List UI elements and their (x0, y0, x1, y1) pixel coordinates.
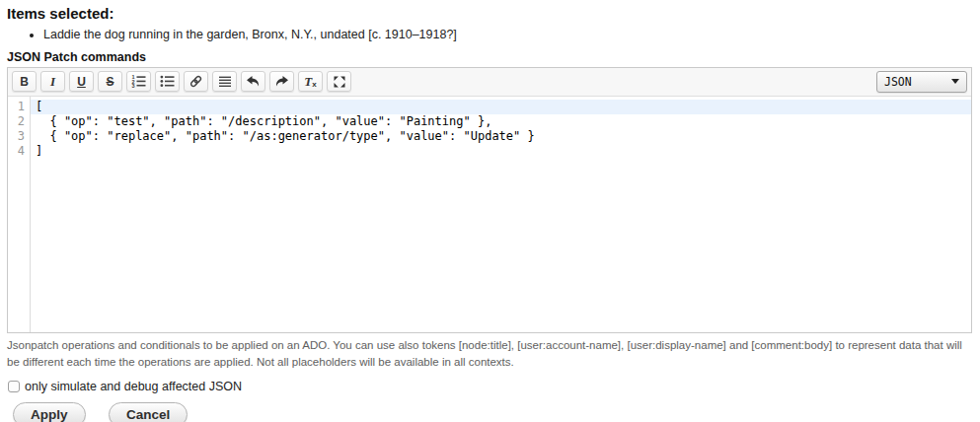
italic-icon: I (50, 74, 55, 90)
code-line[interactable]: ] (31, 144, 971, 159)
remove-format-icon: T (304, 74, 312, 90)
line-number: 1 (8, 100, 30, 114)
italic-button[interactable]: I (40, 71, 65, 92)
dropdown-arrow-icon (951, 79, 959, 84)
underline-button[interactable]: U (69, 71, 94, 92)
code-line[interactable]: { "op": "test", "path": "/description", … (31, 114, 971, 129)
code-lines: [ { "op": "test", "path": "/description"… (31, 97, 971, 332)
bold-button[interactable]: B (12, 71, 37, 92)
maximize-icon (333, 75, 346, 89)
editor-mode-value: JSON (884, 75, 912, 89)
line-number: 3 (8, 129, 30, 144)
unordered-list-icon (160, 75, 175, 88)
link-icon (188, 75, 203, 88)
ordered-list-icon: 1 2 3 (131, 75, 146, 88)
code-editor-area[interactable]: 1 2 3 4 [ { "op": "test", "path": "/desc… (8, 97, 971, 332)
line-number: 4 (8, 144, 30, 159)
horizontal-rule-icon (218, 75, 232, 88)
cancel-button[interactable]: Cancel (109, 402, 188, 422)
json-patch-label: JSON Patch commands (7, 50, 972, 64)
selected-item: Laddie the dog running in the garden, Br… (43, 27, 972, 43)
code-line-active[interactable]: [ (31, 100, 971, 114)
field-description: Jsonpatch operations and conditionals to… (7, 337, 972, 370)
horizontal-rule-button[interactable] (212, 71, 237, 92)
undo-icon (246, 75, 261, 88)
editor-toolbar: B I U S 1 2 3 (8, 68, 971, 97)
svg-text:3: 3 (132, 83, 135, 88)
simulate-checkbox-label: only simulate and debug affected JSON (25, 380, 242, 393)
maximize-button[interactable] (327, 71, 351, 92)
selected-items-list: Laddie the dog running in the garden, Br… (7, 27, 972, 43)
simulate-row: only simulate and debug affected JSON (7, 380, 972, 393)
items-selected-heading: Items selected: (7, 5, 972, 22)
undo-button[interactable] (241, 71, 265, 92)
form-actions: Apply Cancel (7, 402, 972, 422)
underline-icon: U (77, 75, 86, 89)
strikethrough-button[interactable]: S (98, 71, 122, 92)
unordered-list-button[interactable] (155, 71, 180, 92)
line-number: 2 (8, 114, 30, 129)
strikethrough-icon: S (106, 75, 113, 89)
code-line[interactable]: { "op": "replace", "path": "/as:generato… (31, 129, 971, 144)
ordered-list-button[interactable]: 1 2 3 (126, 71, 151, 92)
remove-format-button[interactable]: Tx (298, 71, 323, 92)
line-number-gutter: 1 2 3 4 (8, 97, 31, 332)
redo-button[interactable] (269, 71, 294, 92)
bold-icon: B (20, 75, 29, 89)
simulate-checkbox[interactable] (8, 381, 20, 392)
redo-icon (274, 75, 289, 88)
json-patch-editor: B I U S 1 2 3 (7, 67, 972, 333)
link-button[interactable] (184, 71, 208, 92)
apply-button[interactable]: Apply (13, 402, 86, 422)
editor-mode-select[interactable]: JSON (876, 71, 967, 93)
